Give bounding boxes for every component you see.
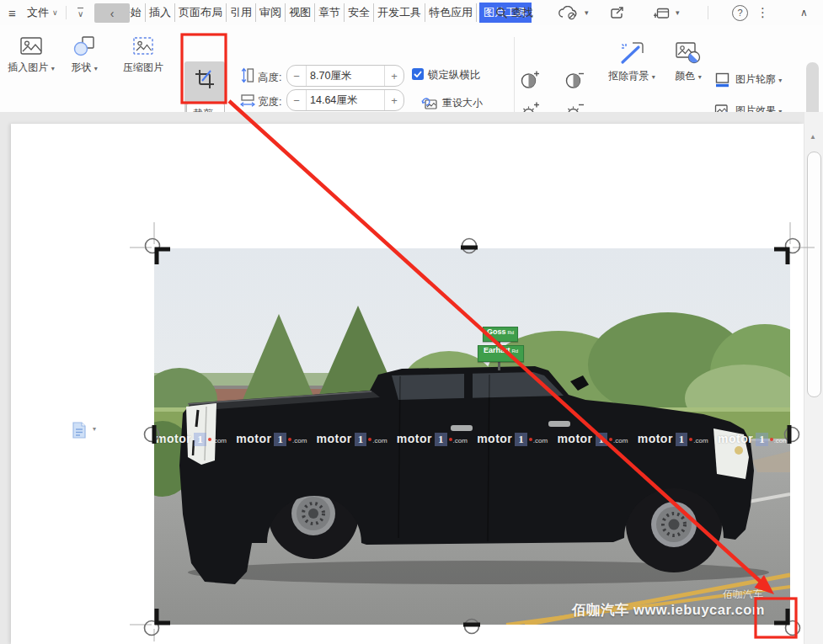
help-icon: ?	[732, 5, 748, 21]
search-label: 查找	[511, 5, 533, 20]
chevron-down-icon: ▾	[51, 65, 55, 72]
street-sign-goss-text: Goss	[487, 327, 506, 336]
compress-picture-icon	[131, 35, 155, 57]
height-decrement-button[interactable]: −	[287, 66, 306, 86]
street-sign-earhart-text: Earhart	[484, 346, 510, 354]
width-spinner[interactable]: − 14.64厘米 +	[286, 89, 404, 111]
street-sign-earhart: Earhart Rd	[478, 345, 524, 362]
chevron-down-icon: ▾	[698, 73, 702, 81]
tab-视图[interactable]: 视图	[286, 3, 315, 22]
scrollbar-thumb[interactable]	[807, 152, 821, 397]
compress-picture-label: 压缩图片	[123, 61, 163, 75]
tab-引用[interactable]: 引用	[227, 3, 256, 22]
chevron-down-icon: ▾	[93, 425, 96, 433]
width-label: 宽度:	[258, 95, 281, 109]
insert-picture-button[interactable]: 插入图片 ▾	[7, 35, 56, 75]
shapes-icon	[72, 35, 96, 57]
remove-background-label: 抠除背景	[608, 70, 649, 82]
tab-开发工具[interactable]: 开发工具	[374, 3, 425, 22]
tab-审阅[interactable]: 审阅	[256, 3, 286, 22]
layout-options-button[interactable]: ▾	[71, 421, 96, 439]
file-menu[interactable]: 文件 ∨	[27, 0, 58, 25]
check-icon	[414, 71, 422, 77]
decrease-contrast-button[interactable]	[564, 70, 585, 90]
street-sign-earhart-suffix: Rd	[511, 349, 518, 354]
motor1-watermark: motor1.com	[397, 432, 468, 446]
motor1-watermark: motor1.com	[477, 432, 548, 446]
contrast-plus-icon	[520, 70, 541, 90]
width-decrement-button[interactable]: −	[287, 90, 306, 110]
scroll-up-icon[interactable]: ▲	[810, 133, 816, 141]
height-increment-button[interactable]: +	[385, 66, 403, 86]
cloud-sync-button[interactable]: ▾	[558, 0, 589, 25]
share-icon	[610, 6, 625, 20]
hamburger-icon: ≡	[8, 6, 16, 20]
group-separator	[514, 37, 515, 123]
motor1-watermark: motor1.com	[638, 432, 708, 446]
divider	[708, 6, 708, 19]
street-sign-goss: Goss Rd	[483, 327, 518, 342]
height-value[interactable]: 8.70厘米	[306, 66, 385, 86]
motor1-watermark: motor1.com	[557, 432, 628, 446]
lock-aspect-label: 锁定纵横比	[428, 68, 481, 82]
more-options-button[interactable]: ⋮	[756, 0, 769, 25]
chevron-down-icon: ∨	[77, 8, 83, 19]
tab-章节[interactable]: 章节	[315, 3, 345, 22]
motor1-watermark: motor1.com	[236, 432, 307, 446]
insert-picture-label: 插入图片	[8, 61, 48, 73]
photo-credit-small: 佰咖汽车	[723, 588, 763, 602]
chevron-up-icon: ∧	[800, 7, 808, 19]
quick-toolbar-caret[interactable]: ∨	[74, 0, 83, 25]
kebab-menu-icon: ⋮	[756, 5, 769, 20]
picture-outline-button[interactable]: 图片轮廓 ▾	[714, 72, 782, 88]
tab-页面布局[interactable]: 页面布局	[175, 3, 227, 22]
reset-size-icon	[421, 96, 438, 110]
contrast-minus-icon	[564, 70, 585, 90]
reset-size-button[interactable]: 重设大小	[421, 96, 483, 110]
motor1-watermark: motor1.com	[718, 432, 788, 446]
chevron-down-icon: ▾	[676, 8, 680, 17]
search-icon	[495, 7, 508, 19]
tab-list: 开始插入页面布局引用审阅视图章节安全开发工具特色应用图片工具	[108, 0, 532, 25]
tab-插入[interactable]: 插入	[146, 3, 175, 22]
tab-特色应用[interactable]: 特色应用	[425, 3, 477, 22]
chevron-down-icon: ▾	[778, 77, 782, 84]
lock-aspect-checkbox[interactable]	[412, 68, 424, 80]
help-button[interactable]: ?	[732, 0, 748, 25]
magic-wand-icon	[618, 40, 645, 66]
shapes-button[interactable]: 形状 ▾	[64, 35, 104, 75]
remove-background-button[interactable]: 抠除背景 ▾	[601, 40, 662, 83]
share-button[interactable]	[610, 0, 625, 25]
collapse-ribbon-button[interactable]: ∧	[800, 0, 808, 25]
photo-credit-large: 佰咖汽车 www.iebuycar.com	[572, 601, 765, 620]
picture-outline-label: 图片轮廓	[735, 73, 776, 85]
reset-size-label: 重设大小	[442, 96, 483, 110]
tab-back-overlay[interactable]: ‹	[94, 3, 130, 23]
compress-picture-button[interactable]: 压缩图片	[115, 35, 172, 75]
divider	[66, 6, 67, 19]
search-button[interactable]: 查找	[495, 0, 533, 25]
width-increment-button[interactable]: +	[385, 90, 403, 110]
motor1-watermark: motor1.com	[156, 432, 227, 446]
height-icon	[241, 67, 254, 83]
motor1-watermark: motor1.com	[317, 432, 387, 446]
chevron-down-icon: ▾	[652, 73, 655, 81]
picture-color-icon	[675, 40, 702, 66]
selected-image[interactable]: Goss Rd Earhart Rd motor1.commotor1.comm…	[154, 248, 790, 625]
width-icon	[240, 93, 255, 108]
color-button[interactable]: 颜色 ▾	[669, 40, 708, 83]
cloud-offline-icon	[558, 6, 579, 20]
picture-outline-icon	[714, 72, 730, 88]
chevron-down-icon: ∨	[52, 8, 58, 17]
width-value[interactable]: 14.64厘米	[306, 90, 385, 110]
street-sign-goss-suffix: Rd	[507, 330, 514, 335]
watermark-row: motor1.commotor1.commotor1.commotor1.com…	[154, 428, 790, 449]
main-menu-button[interactable]: ≡	[8, 0, 16, 25]
layout-options-icon	[71, 421, 88, 439]
window-plus-icon	[654, 7, 670, 19]
picture-tools-ribbon: 插入图片 ▾ 形状 ▾ 压缩图片	[0, 25, 823, 113]
tab-安全[interactable]: 安全	[345, 3, 374, 22]
height-spinner[interactable]: − 8.70厘米 +	[286, 65, 404, 87]
new-window-button[interactable]: ▾	[654, 0, 680, 25]
increase-contrast-button[interactable]	[520, 70, 541, 90]
